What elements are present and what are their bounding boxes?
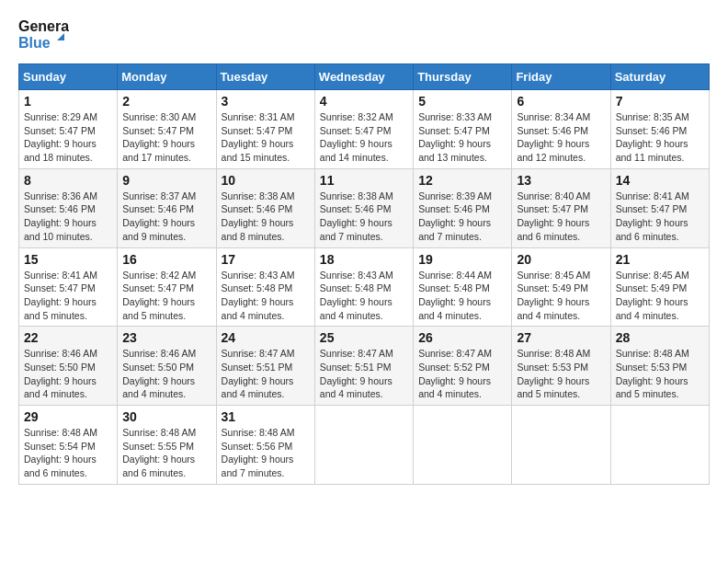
calendar-day-cell: 26Sunrise: 8:47 AM Sunset: 5:52 PM Dayli… — [414, 327, 512, 406]
logo: GeneralBlue — [18, 15, 69, 56]
day-number: 15 — [24, 252, 112, 267]
empty-cell — [414, 406, 512, 485]
day-number: 28 — [616, 330, 704, 345]
day-number: 1 — [24, 94, 112, 109]
day-info: Sunrise: 8:47 AM Sunset: 5:51 PM Dayligh… — [320, 347, 408, 401]
day-info: Sunrise: 8:42 AM Sunset: 5:47 PM Dayligh… — [122, 269, 210, 323]
calendar-day-cell: 13Sunrise: 8:40 AM Sunset: 5:47 PM Dayli… — [512, 168, 610, 247]
day-number: 14 — [616, 173, 704, 188]
col-header-monday: Monday — [118, 64, 216, 90]
calendar-day-cell: 20Sunrise: 8:45 AM Sunset: 5:49 PM Dayli… — [512, 247, 610, 327]
day-info: Sunrise: 8:40 AM Sunset: 5:47 PM Dayligh… — [517, 190, 605, 244]
svg-text:General: General — [18, 18, 69, 34]
col-header-wednesday: Wednesday — [314, 64, 413, 90]
svg-marker-2 — [57, 33, 64, 40]
empty-cell — [610, 406, 709, 485]
calendar-week-row: 15Sunrise: 8:41 AM Sunset: 5:47 PM Dayli… — [19, 247, 710, 327]
calendar-day-cell: 27Sunrise: 8:48 AM Sunset: 5:53 PM Dayli… — [512, 327, 610, 406]
day-number: 16 — [122, 252, 210, 267]
day-number: 22 — [24, 330, 112, 345]
day-info: Sunrise: 8:45 AM Sunset: 5:49 PM Dayligh… — [616, 269, 704, 323]
day-info: Sunrise: 8:32 AM Sunset: 5:47 PM Dayligh… — [320, 110, 408, 165]
day-info: Sunrise: 8:41 AM Sunset: 5:47 PM Dayligh… — [24, 269, 112, 323]
day-info: Sunrise: 8:38 AM Sunset: 5:46 PM Dayligh… — [222, 190, 310, 244]
calendar-header-row: SundayMondayTuesdayWednesdayThursdayFrid… — [19, 64, 710, 90]
calendar-day-cell: 5Sunrise: 8:33 AM Sunset: 5:47 PM Daylig… — [414, 90, 512, 169]
logo-svg: GeneralBlue — [18, 15, 69, 56]
calendar-day-cell: 29Sunrise: 8:48 AM Sunset: 5:54 PM Dayli… — [19, 406, 118, 485]
calendar-day-cell: 12Sunrise: 8:39 AM Sunset: 5:46 PM Dayli… — [414, 168, 512, 247]
calendar-day-cell: 6Sunrise: 8:34 AM Sunset: 5:46 PM Daylig… — [512, 90, 610, 169]
day-info: Sunrise: 8:39 AM Sunset: 5:46 PM Dayligh… — [418, 190, 506, 244]
day-number: 23 — [122, 330, 210, 345]
day-info: Sunrise: 8:29 AM Sunset: 5:47 PM Dayligh… — [24, 110, 112, 165]
day-info: Sunrise: 8:37 AM Sunset: 5:46 PM Dayligh… — [122, 190, 210, 244]
day-number: 29 — [24, 409, 112, 424]
day-info: Sunrise: 8:44 AM Sunset: 5:48 PM Dayligh… — [418, 269, 506, 323]
calendar-day-cell: 21Sunrise: 8:45 AM Sunset: 5:49 PM Dayli… — [610, 247, 709, 327]
day-info: Sunrise: 8:35 AM Sunset: 5:46 PM Dayligh… — [616, 110, 704, 165]
svg-text:Blue: Blue — [18, 35, 51, 51]
header: GeneralBlue — [18, 15, 710, 56]
day-number: 5 — [418, 94, 506, 109]
day-number: 17 — [222, 252, 310, 267]
day-info: Sunrise: 8:30 AM Sunset: 5:47 PM Dayligh… — [122, 110, 210, 165]
day-number: 20 — [517, 252, 605, 267]
calendar-day-cell: 17Sunrise: 8:43 AM Sunset: 5:48 PM Dayli… — [216, 247, 314, 327]
day-info: Sunrise: 8:47 AM Sunset: 5:51 PM Dayligh… — [222, 347, 310, 401]
calendar-day-cell: 7Sunrise: 8:35 AM Sunset: 5:46 PM Daylig… — [610, 90, 709, 169]
day-number: 12 — [418, 173, 506, 188]
day-info: Sunrise: 8:43 AM Sunset: 5:48 PM Dayligh… — [222, 269, 310, 323]
calendar-day-cell: 8Sunrise: 8:36 AM Sunset: 5:46 PM Daylig… — [19, 168, 118, 247]
calendar-day-cell: 15Sunrise: 8:41 AM Sunset: 5:47 PM Dayli… — [19, 247, 118, 327]
calendar-week-row: 8Sunrise: 8:36 AM Sunset: 5:46 PM Daylig… — [19, 168, 710, 247]
calendar-day-cell: 10Sunrise: 8:38 AM Sunset: 5:46 PM Dayli… — [216, 168, 314, 247]
day-info: Sunrise: 8:41 AM Sunset: 5:47 PM Dayligh… — [616, 190, 704, 244]
day-info: Sunrise: 8:48 AM Sunset: 5:55 PM Dayligh… — [122, 426, 210, 480]
calendar-day-cell: 23Sunrise: 8:46 AM Sunset: 5:50 PM Dayli… — [118, 327, 216, 406]
calendar-day-cell: 4Sunrise: 8:32 AM Sunset: 5:47 PM Daylig… — [314, 90, 413, 169]
calendar-day-cell: 25Sunrise: 8:47 AM Sunset: 5:51 PM Dayli… — [314, 327, 413, 406]
day-info: Sunrise: 8:48 AM Sunset: 5:53 PM Dayligh… — [517, 347, 605, 401]
calendar-day-cell: 11Sunrise: 8:38 AM Sunset: 5:46 PM Dayli… — [314, 168, 413, 247]
empty-cell — [314, 406, 413, 485]
day-number: 19 — [418, 252, 506, 267]
calendar-day-cell: 30Sunrise: 8:48 AM Sunset: 5:55 PM Dayli… — [118, 406, 216, 485]
day-number: 13 — [517, 173, 605, 188]
day-number: 6 — [517, 94, 605, 109]
col-header-tuesday: Tuesday — [216, 64, 314, 90]
day-info: Sunrise: 8:34 AM Sunset: 5:46 PM Dayligh… — [517, 110, 605, 165]
calendar-day-cell: 19Sunrise: 8:44 AM Sunset: 5:48 PM Dayli… — [414, 247, 512, 327]
col-header-saturday: Saturday — [610, 64, 709, 90]
col-header-thursday: Thursday — [414, 64, 512, 90]
calendar-day-cell: 2Sunrise: 8:30 AM Sunset: 5:47 PM Daylig… — [118, 90, 216, 169]
calendar-day-cell: 22Sunrise: 8:46 AM Sunset: 5:50 PM Dayli… — [19, 327, 118, 406]
calendar-week-row: 1Sunrise: 8:29 AM Sunset: 5:47 PM Daylig… — [19, 90, 710, 169]
calendar-day-cell: 3Sunrise: 8:31 AM Sunset: 5:47 PM Daylig… — [216, 90, 314, 169]
day-number: 4 — [320, 94, 408, 109]
day-info: Sunrise: 8:48 AM Sunset: 5:56 PM Dayligh… — [222, 426, 310, 480]
calendar-week-row: 29Sunrise: 8:48 AM Sunset: 5:54 PM Dayli… — [19, 406, 710, 485]
calendar-day-cell: 14Sunrise: 8:41 AM Sunset: 5:47 PM Dayli… — [610, 168, 709, 247]
day-number: 27 — [517, 330, 605, 345]
day-info: Sunrise: 8:38 AM Sunset: 5:46 PM Dayligh… — [320, 190, 408, 244]
day-info: Sunrise: 8:33 AM Sunset: 5:47 PM Dayligh… — [418, 110, 506, 165]
col-header-sunday: Sunday — [19, 64, 118, 90]
calendar-day-cell: 18Sunrise: 8:43 AM Sunset: 5:48 PM Dayli… — [314, 247, 413, 327]
day-number: 21 — [616, 252, 704, 267]
calendar-day-cell: 28Sunrise: 8:48 AM Sunset: 5:53 PM Dayli… — [610, 327, 709, 406]
day-info: Sunrise: 8:43 AM Sunset: 5:48 PM Dayligh… — [320, 269, 408, 323]
col-header-friday: Friday — [512, 64, 610, 90]
day-number: 30 — [122, 409, 210, 424]
day-number: 10 — [222, 173, 310, 188]
day-number: 18 — [320, 252, 408, 267]
day-number: 11 — [320, 173, 408, 188]
day-number: 7 — [616, 94, 704, 109]
day-info: Sunrise: 8:47 AM Sunset: 5:52 PM Dayligh… — [418, 347, 506, 401]
calendar-day-cell: 16Sunrise: 8:42 AM Sunset: 5:47 PM Dayli… — [118, 247, 216, 327]
day-number: 8 — [24, 173, 112, 188]
day-number: 9 — [122, 173, 210, 188]
empty-cell — [512, 406, 610, 485]
day-number: 2 — [122, 94, 210, 109]
day-number: 31 — [222, 409, 310, 424]
